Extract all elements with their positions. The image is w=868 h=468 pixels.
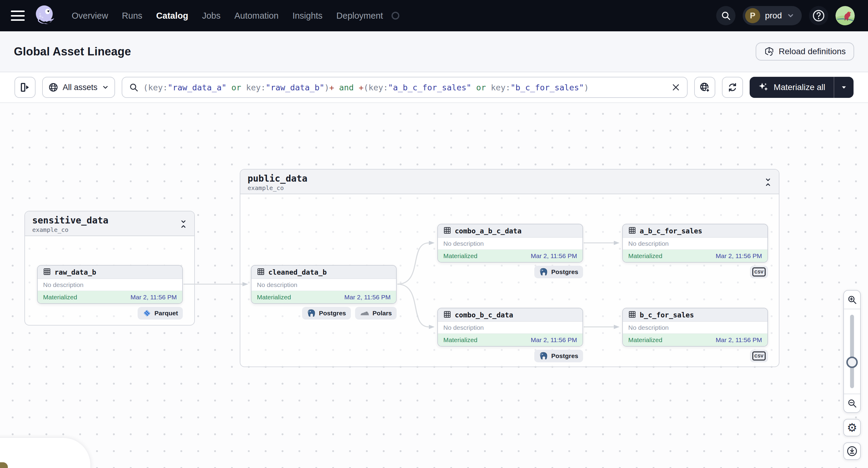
asset-badges: Parquet [37,307,183,319]
asset-name: combo_a_b_c_data [455,227,522,235]
asset-badges: Postgres [437,350,583,362]
nav-item-insights[interactable]: Insights [292,11,322,21]
minimap[interactable] [0,438,90,468]
nav-item-catalog[interactable]: Catalog [156,11,188,21]
help-icon[interactable] [809,6,828,25]
materialized-timestamp: Mar 2, 11:56 PM [531,252,577,259]
deployment-name: prod [765,11,782,21]
nav-item-overview[interactable]: Overview [72,11,108,21]
materialized-timestamp: Mar 2, 11:56 PM [716,252,762,259]
asset-node-header: combo_a_b_c_data [438,224,583,238]
csv-icon: CSV [752,351,766,361]
open-panel-button[interactable] [14,77,35,98]
asset-node-header: combo_b_c_data [438,308,583,322]
refresh-icon [727,82,738,93]
badge-label: Polars [373,310,392,317]
zoom-out-button[interactable] [844,394,860,412]
graph-scope-button[interactable] [694,77,715,98]
caret-down-icon [840,84,848,91]
materialized-status: Materialized [43,293,77,301]
asset-name: cleaned_data_b [268,268,327,276]
badge-label: Parquet [155,310,178,317]
polars-icon [360,309,370,317]
asset-node-cleaned_data_b[interactable]: cleaned_data_b No description Materializ… [251,265,397,304]
group-subtitle: example_co [32,226,187,234]
materialized-status: Materialized [628,336,662,344]
badge-label: Postgres [551,268,578,276]
csv-icon: CSV [752,268,766,277]
globe-icon [48,82,58,92]
asset-search-input[interactable]: (key:"raw_data_a" or key:"raw_data_b")+ … [122,77,688,98]
asset-node-raw_data_b[interactable]: raw_data_b No description Materialized M… [37,265,183,304]
sparkle-icon [758,82,769,93]
postgres-badge: Postgres [534,350,583,362]
postgres-icon [539,268,548,277]
asset-scope-label: All assets [63,83,98,92]
reload-definitions-label: Reload definitions [779,47,846,56]
page-header: Global Asset Lineage Reload definitions [0,31,868,72]
materialize-all-button[interactable]: Materialize all [750,77,834,98]
refresh-button[interactable] [722,77,743,98]
collapse-group-icon[interactable] [763,176,773,188]
asset-status-row: Materialized Mar 2, 11:56 PM [623,334,767,346]
asset-badges: Postgres [437,266,583,278]
group-subtitle: example_co [248,184,772,192]
asset-badges: CSV [622,350,768,362]
group-title: sensitive_data [32,215,187,226]
main-nav-menu: OverviewRunsCatalogJobsAutomationInsight… [72,11,383,21]
asset-status-row: Materialized Mar 2, 11:56 PM [438,250,583,262]
asset-node-header: cleaned_data_b [251,266,396,279]
globe-add-icon [699,82,710,93]
hamburger-menu-icon[interactable] [11,10,25,21]
postgres-badge: Postgres [534,266,583,278]
materialized-status: Materialized [443,252,477,259]
reload-definitions-button[interactable]: Reload definitions [756,42,854,61]
collapse-group-icon[interactable] [178,218,189,230]
materialized-timestamp: Mar 2, 11:56 PM [344,293,391,301]
materialized-timestamp: Mar 2, 11:56 PM [716,336,762,344]
asset-node-header: b_c_for_sales [623,308,767,322]
deployment-status-spinner-icon [392,12,399,20]
asset-node-a_b_c_for_sales[interactable]: a_b_c_for_sales No description Materiali… [622,224,768,262]
asset-node-b_c_for_sales[interactable]: b_c_for_sales No description Materialize… [622,308,768,347]
group-header: public_data example_co [240,169,779,194]
group-header: sensitive_data example_co [25,211,194,236]
asset-name: a_b_c_for_sales [640,227,702,235]
asset-name: b_c_for_sales [640,311,694,319]
postgres-icon [307,309,316,318]
materialized-status: Materialized [443,336,477,344]
asset-node-combo_b_c_data[interactable]: combo_b_c_data No description Materializ… [437,308,583,347]
nav-item-jobs[interactable]: Jobs [202,11,220,21]
asset-status-row: Materialized Mar 2, 11:56 PM [38,291,182,303]
badge-label: Postgres [551,352,578,360]
table-icon [443,311,451,319]
user-avatar[interactable] [835,6,855,25]
group-title: public_data [248,173,772,184]
table-icon [43,268,51,277]
asset-status-row: Materialized Mar 2, 11:56 PM [251,291,396,303]
zoom-slider-thumb[interactable] [846,356,858,368]
materialize-options-button[interactable] [834,77,854,98]
postgres-icon [539,351,548,361]
deployment-switcher[interactable]: P prod [743,6,802,25]
nav-item-automation[interactable]: Automation [234,11,279,21]
zoom-slider-track[interactable] [850,315,854,388]
graph-settings-button[interactable]: ⚙ [843,419,861,436]
panel-expand-icon [20,82,30,93]
asset-node-combo_a_b_c_data[interactable]: combo_a_b_c_data No description Material… [437,224,583,262]
asset-scope-dropdown[interactable]: All assets [42,77,115,98]
nav-item-deployment[interactable]: Deployment [336,11,383,21]
zoom-in-button[interactable] [844,291,860,309]
polars-badge: Polars [355,307,397,319]
lineage-canvas[interactable]: sensitive_data example_co public_data ex… [0,103,868,468]
clear-search-icon[interactable] [671,83,680,92]
asset-name: combo_b_c_data [455,311,513,319]
materialize-all-label: Materialize all [774,83,825,92]
dagster-logo-icon[interactable] [34,3,55,28]
download-image-button[interactable] [843,442,861,460]
search-icon[interactable] [716,6,736,25]
view-controls: ⚙ [843,290,861,460]
nav-item-runs[interactable]: Runs [122,11,143,21]
table-icon [257,268,265,277]
asset-description: No description [623,238,767,250]
